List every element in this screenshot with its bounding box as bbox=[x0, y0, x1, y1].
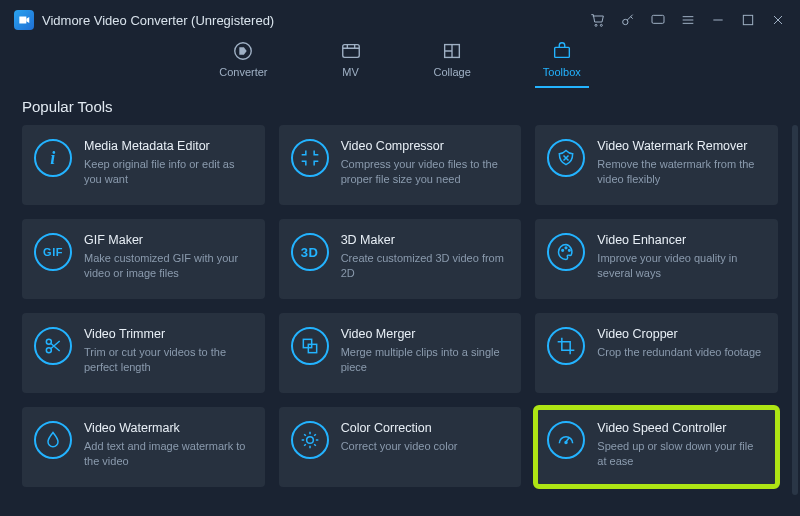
svg-point-0 bbox=[595, 24, 597, 26]
key-icon[interactable] bbox=[620, 12, 636, 28]
merge-icon bbox=[291, 327, 329, 365]
palette-icon bbox=[547, 233, 585, 271]
tab-collage[interactable]: Collage bbox=[428, 40, 477, 86]
info-icon: i bbox=[34, 139, 72, 177]
speed-icon bbox=[547, 421, 585, 459]
scissors-icon bbox=[34, 327, 72, 365]
tool-desc: Correct your video color bbox=[341, 439, 458, 454]
svg-point-12 bbox=[46, 339, 51, 344]
titlebar-left: Vidmore Video Converter (Unregistered) bbox=[14, 10, 274, 30]
sun-icon bbox=[291, 421, 329, 459]
svg-point-9 bbox=[562, 250, 564, 252]
tool-desc: Improve your video quality in several wa… bbox=[597, 251, 764, 282]
tool-watermark-remover[interactable]: Video Watermark Remover Remove the water… bbox=[535, 125, 778, 205]
tool-title: Color Correction bbox=[341, 421, 458, 435]
svg-point-1 bbox=[600, 24, 602, 26]
svg-rect-6 bbox=[342, 45, 359, 58]
tool-title: Video Watermark bbox=[84, 421, 251, 435]
tool-video-watermark[interactable]: Video Watermark Add text and image water… bbox=[22, 407, 265, 487]
svg-point-11 bbox=[569, 250, 571, 252]
tool-desc: Speed up or slow down your file at ease bbox=[597, 439, 764, 470]
app-title: Vidmore Video Converter (Unregistered) bbox=[42, 13, 274, 28]
section-title: Popular Tools bbox=[0, 90, 800, 125]
tool-desc: Trim or cut your videos to the perfect l… bbox=[84, 345, 251, 376]
tool-title: GIF Maker bbox=[84, 233, 251, 247]
tool-video-enhancer[interactable]: Video Enhancer Improve your video qualit… bbox=[535, 219, 778, 299]
crop-icon bbox=[547, 327, 585, 365]
feedback-icon[interactable] bbox=[650, 12, 666, 28]
tool-desc: Create customized 3D video from 2D bbox=[341, 251, 508, 282]
tool-media-metadata-editor[interactable]: i Media Metadata Editor Keep original fi… bbox=[22, 125, 265, 205]
tab-toolbox[interactable]: Toolbox bbox=[537, 40, 587, 86]
cart-icon[interactable] bbox=[590, 12, 606, 28]
tool-desc: Make customized GIF with your video or i… bbox=[84, 251, 251, 282]
titlebar: Vidmore Video Converter (Unregistered) bbox=[0, 0, 800, 40]
svg-rect-4 bbox=[743, 15, 752, 24]
tool-video-speed-controller[interactable]: Video Speed Controller Speed up or slow … bbox=[535, 407, 778, 487]
tools-panel: i Media Metadata Editor Keep original fi… bbox=[0, 125, 800, 516]
svg-rect-14 bbox=[303, 339, 311, 347]
tool-desc: Crop the redundant video footage bbox=[597, 345, 761, 360]
tool-gif-maker[interactable]: GIF GIF Maker Make customized GIF with y… bbox=[22, 219, 265, 299]
tool-title: Video Speed Controller bbox=[597, 421, 764, 435]
tool-desc: Compress your video files to the proper … bbox=[341, 157, 508, 188]
tools-grid: i Media Metadata Editor Keep original fi… bbox=[22, 125, 778, 487]
tool-3d-maker[interactable]: 3D 3D Maker Create customized 3D video f… bbox=[279, 219, 522, 299]
gif-icon: GIF bbox=[34, 233, 72, 271]
tool-title: Video Cropper bbox=[597, 327, 761, 341]
svg-point-16 bbox=[306, 437, 313, 444]
tool-video-merger[interactable]: Video Merger Merge multiple clips into a… bbox=[279, 313, 522, 393]
nav-tabs: Converter MV Collage Toolbox bbox=[0, 40, 800, 90]
app-logo-icon bbox=[14, 10, 34, 30]
3d-icon: 3D bbox=[291, 233, 329, 271]
titlebar-right bbox=[590, 12, 786, 28]
scrollbar[interactable] bbox=[792, 125, 798, 495]
tool-desc: Add text and image watermark to the vide… bbox=[84, 439, 251, 470]
menu-icon[interactable] bbox=[680, 12, 696, 28]
tool-video-trimmer[interactable]: Video Trimmer Trim or cut your videos to… bbox=[22, 313, 265, 393]
tab-converter-label: Converter bbox=[219, 66, 267, 78]
tool-title: Media Metadata Editor bbox=[84, 139, 251, 153]
tool-title: Video Enhancer bbox=[597, 233, 764, 247]
svg-point-13 bbox=[46, 348, 51, 353]
maximize-icon[interactable] bbox=[740, 12, 756, 28]
tab-collage-label: Collage bbox=[434, 66, 471, 78]
tool-title: Video Trimmer bbox=[84, 327, 251, 341]
svg-point-2 bbox=[623, 19, 628, 24]
tab-mv-label: MV bbox=[342, 66, 359, 78]
svg-rect-8 bbox=[554, 47, 569, 57]
svg-point-17 bbox=[565, 442, 567, 444]
minimize-icon[interactable] bbox=[710, 12, 726, 28]
tool-desc: Merge multiple clips into a single piece bbox=[341, 345, 508, 376]
tool-color-correction[interactable]: Color Correction Correct your video colo… bbox=[279, 407, 522, 487]
close-icon[interactable] bbox=[770, 12, 786, 28]
compress-icon bbox=[291, 139, 329, 177]
tool-desc: Remove the watermark from the video flex… bbox=[597, 157, 764, 188]
watermark-remove-icon bbox=[547, 139, 585, 177]
tool-desc: Keep original file info or edit as you w… bbox=[84, 157, 251, 188]
tool-title: Video Compressor bbox=[341, 139, 508, 153]
droplet-icon bbox=[34, 421, 72, 459]
tab-toolbox-label: Toolbox bbox=[543, 66, 581, 78]
svg-point-10 bbox=[565, 247, 567, 249]
tab-mv[interactable]: MV bbox=[334, 40, 368, 86]
tool-title: Video Watermark Remover bbox=[597, 139, 764, 153]
tab-converter[interactable]: Converter bbox=[213, 40, 273, 86]
tool-video-cropper[interactable]: Video Cropper Crop the redundant video f… bbox=[535, 313, 778, 393]
tool-title: Video Merger bbox=[341, 327, 508, 341]
tool-video-compressor[interactable]: Video Compressor Compress your video fil… bbox=[279, 125, 522, 205]
tool-title: 3D Maker bbox=[341, 233, 508, 247]
svg-rect-15 bbox=[308, 344, 316, 352]
